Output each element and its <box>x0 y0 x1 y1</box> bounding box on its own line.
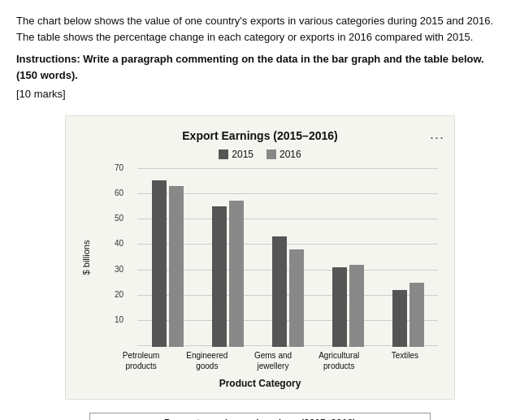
instructions-text: Instructions: Write a paragraph commenti… <box>16 51 504 83</box>
legend-2015-label: 2015 <box>232 149 254 160</box>
bar-2016-0 <box>169 186 184 347</box>
y-axis-label: $ billions <box>81 240 91 275</box>
grid-label-20: 20 <box>115 290 124 299</box>
legend-2016: 2016 <box>266 149 301 160</box>
bar-2016-4 <box>410 283 424 347</box>
chart-area: 70 60 50 40 30 20 10 <box>137 168 438 347</box>
grid-label-60: 60 <box>115 188 124 197</box>
x-label-1: Engineeredgoods <box>174 350 240 371</box>
marks-text: [10 marks] <box>16 86 504 102</box>
x-label-4: Textiles <box>372 350 438 371</box>
bars-wrapper <box>137 168 438 347</box>
bar-2016-1 <box>229 201 244 346</box>
grid-label-50: 50 <box>115 214 124 223</box>
grid-label-40: 40 <box>115 239 124 248</box>
grid-label-70: 70 <box>115 163 124 172</box>
x-label-2: Gems andjewellery <box>240 350 306 371</box>
bar-2015-0 <box>152 180 167 346</box>
chart-container: ... Export Earnings (2015–2016) 2015 201… <box>65 115 455 400</box>
intro-text: The chart below shows the value of one c… <box>16 13 504 45</box>
grid-label-10: 10 <box>115 315 124 324</box>
bar-group-3 <box>318 265 378 347</box>
bar-2016-2 <box>289 249 304 346</box>
table-section: Percentage change in values (2015–2016) … <box>89 413 431 421</box>
table-header: Percentage change in values (2015–2016) <box>90 413 431 420</box>
bar-2015-1 <box>212 206 227 347</box>
bar-group-0 <box>137 180 197 346</box>
legend-2015-box <box>219 149 228 159</box>
bar-2015-3 <box>332 267 347 346</box>
x-labels: PetroleumproductsEngineeredgoodsGems and… <box>108 347 438 371</box>
bar-2016-3 <box>349 265 364 347</box>
bar-group-2 <box>258 236 318 346</box>
chart-title: Export Earnings (2015–2016) <box>79 129 441 142</box>
bar-group-4 <box>378 283 438 347</box>
bar-group-1 <box>197 201 258 346</box>
data-table: Percentage change in values (2015–2016) … <box>89 413 431 421</box>
bar-2015-2 <box>272 236 287 346</box>
legend-2015: 2015 <box>219 149 254 160</box>
three-dots[interactable]: ... <box>430 126 444 143</box>
legend-2016-box <box>266 149 276 159</box>
legend-2016-label: 2016 <box>280 149 301 160</box>
bar-2015-4 <box>392 290 407 346</box>
x-label-3: Agriculturalproducts <box>306 350 372 371</box>
x-label-0: Petroleumproducts <box>108 350 174 371</box>
grid-label-30: 30 <box>115 265 124 274</box>
product-category-label: Product Category <box>79 378 441 389</box>
chart-legend: 2015 2016 <box>79 149 441 160</box>
